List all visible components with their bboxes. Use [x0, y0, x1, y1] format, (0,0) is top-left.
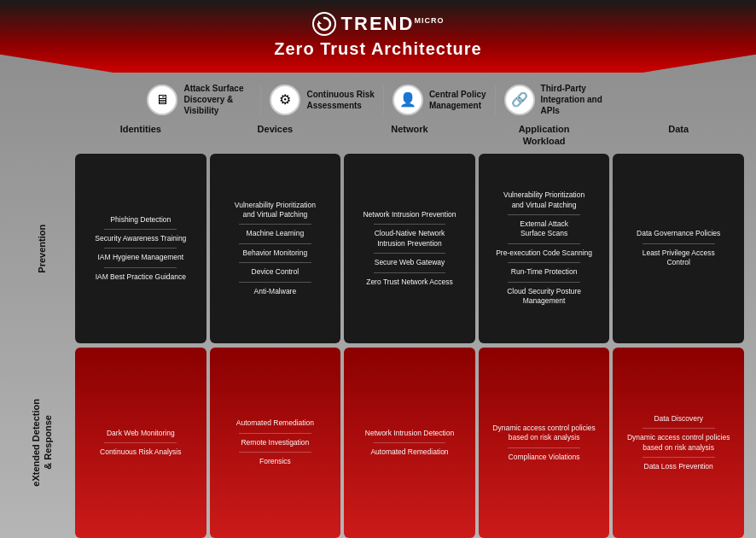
cell-item: Least Privilege AccessControl — [643, 249, 715, 268]
cell-xdr-data: Data Discovery Dynamic access control po… — [613, 348, 744, 538]
divider — [104, 442, 177, 443]
cell-item: IAM Best Practice Guidance — [96, 272, 186, 282]
divider — [508, 262, 580, 263]
divider — [239, 262, 311, 263]
pillar-attack-surface: 🖥 Attack SurfaceDiscovery & Visibility — [147, 83, 252, 116]
attack-surface-label: Attack SurfaceDiscovery & Visibility — [183, 83, 252, 116]
cell-xdr-appworkload: Dynamic access control policiesbased on … — [479, 348, 610, 538]
row-label-xdr: eXtended Detection& Response — [12, 348, 72, 538]
cell-xdr-identities: Dark Web Monitoring Continuous Risk Anal… — [75, 348, 206, 538]
trend-logo-icon — [312, 12, 336, 36]
pillar-thirdparty: 🔗 Third-PartyIntegration and APIs — [504, 83, 609, 116]
divider — [508, 282, 580, 283]
col-header-identities: Identities — [75, 123, 206, 148]
cell-item: Run-Time Protection — [511, 267, 578, 277]
cell-item: Forensics — [259, 457, 291, 466]
cell-item: Dynamic access control policiesbased on … — [492, 424, 595, 443]
cell-item: Zero Trust Network Access — [366, 278, 453, 287]
risk-label: Continuous RiskAssessments — [306, 89, 374, 111]
cell-item: Automated Remediation — [236, 418, 314, 428]
cell-item: Automated Remediation — [370, 447, 448, 457]
cell-item: Secure Web Gateway — [375, 258, 445, 267]
divider — [104, 229, 177, 230]
cell-item: Cloud Security PostureManagement — [507, 287, 581, 307]
divider — [104, 248, 177, 249]
divider — [508, 214, 580, 215]
pillars-row: 🖥 Attack SurfaceDiscovery & Visibility ⚙… — [0, 76, 756, 121]
cell-prevention-devices: Vulnerability Prioritizationand Virtual … — [210, 154, 341, 344]
divider — [643, 428, 715, 429]
cell-item: Compliance Violations — [509, 453, 580, 462]
divider — [239, 282, 311, 283]
divider — [508, 243, 580, 244]
cell-item: Behavior Monitoring — [243, 249, 308, 258]
risk-icon: ⚙ — [270, 85, 300, 115]
cell-item: Network Intrusion Detection — [365, 429, 454, 438]
thirdparty-label: Third-PartyIntegration and APIs — [541, 83, 609, 116]
xdr-row: eXtended Detection& Response Dark Web Mo… — [12, 348, 744, 538]
cell-item: Dark Web Monitoring — [107, 429, 175, 438]
brand-name: TRENDMICRO — [341, 13, 445, 35]
cell-item: Data Governance Policies — [637, 229, 720, 238]
cell-item: Continuous Risk Analysis — [100, 447, 181, 457]
cell-item: Vulnerability Prioritizationand Virtual … — [503, 190, 584, 210]
brand-micro: MICRO — [414, 16, 444, 25]
cell-item: Remote Investigation — [241, 438, 309, 447]
cell-item: External AttackSurface Scans — [520, 219, 568, 239]
main-area: Identities Devices Network ApplicationWo… — [0, 123, 756, 538]
pillar-risk: ⚙ Continuous RiskAssessments — [270, 85, 374, 115]
svg-marker-0 — [318, 20, 322, 24]
cell-prevention-identities: Phishing Detection Security Awareness Tr… — [75, 154, 206, 344]
attack-surface-icon: 🖥 — [147, 85, 177, 115]
thirdparty-icon: 🔗 — [504, 85, 535, 115]
col-header-appworkload: ApplicationWorkload — [479, 123, 610, 148]
cell-prevention-network: Network Intrusion Prevention Cloud-Nativ… — [344, 154, 475, 344]
divider — [239, 243, 311, 244]
page-title: Zero Trust Architecture — [274, 39, 481, 59]
divider — [643, 457, 715, 458]
divider — [239, 433, 311, 434]
policy-label: Central PolicyManagement — [429, 89, 486, 111]
cell-prevention-data: Data Governance Policies Least Privilege… — [613, 154, 744, 344]
divider — [643, 243, 715, 244]
pillar-sep-1 — [260, 85, 261, 115]
cell-prevention-appworkload: Vulnerability Prioritizationand Virtual … — [479, 154, 610, 344]
cell-item: IAM Hygiene Management — [97, 253, 183, 262]
header: TRENDMICRO Zero Trust Architecture — [0, 0, 756, 73]
pillar-policy: 👤 Central PolicyManagement — [393, 85, 486, 115]
cell-item: Vulnerability Prioritizationand Virtual … — [235, 201, 316, 220]
divider — [508, 447, 580, 448]
column-headers: Identities Devices Network ApplicationWo… — [12, 123, 744, 149]
divider — [374, 224, 446, 225]
cell-item: Machine Learning — [247, 229, 305, 238]
divider — [374, 253, 446, 254]
cell-item: Cloud-Native NetworkIntrusion Prevention — [375, 229, 445, 249]
cell-item: Pre-execution Code Scanning — [496, 249, 592, 258]
divider — [374, 272, 446, 273]
cell-item: Security Awareness Training — [95, 234, 186, 243]
divider — [239, 224, 311, 225]
divider — [104, 267, 177, 268]
col-header-devices: Devices — [210, 123, 341, 148]
cell-item: Phishing Detection — [110, 215, 171, 225]
cell-xdr-network: Network Intrusion Detection Automated Re… — [344, 348, 475, 538]
col-header-empty — [12, 123, 72, 148]
page-container: TRENDMICRO Zero Trust Architecture 🖥 Att… — [0, 0, 756, 538]
cell-item: Network Intrusion Prevention — [363, 210, 456, 219]
divider — [374, 442, 446, 443]
policy-icon: 👤 — [393, 85, 423, 115]
cell-item: Anti-Malware — [254, 287, 297, 296]
cell-item: Device Control — [252, 267, 299, 277]
col-header-network: Network — [344, 123, 475, 148]
cell-item: Dynamic access control policiesbased on … — [627, 433, 730, 453]
row-label-prevention: Prevention — [12, 154, 72, 344]
cell-xdr-devices: Automated Remediation Remote Investigati… — [210, 348, 341, 538]
logo-row: TRENDMICRO — [312, 12, 445, 36]
pillar-sep-3 — [495, 85, 496, 115]
divider — [239, 452, 311, 453]
col-header-data: Data — [613, 123, 744, 148]
cell-item: Data Loss Prevention — [644, 462, 713, 471]
rows-area: Prevention Phishing Detection Security A… — [12, 154, 744, 538]
prevention-row: Prevention Phishing Detection Security A… — [12, 154, 744, 344]
pillar-sep-2 — [383, 85, 384, 115]
